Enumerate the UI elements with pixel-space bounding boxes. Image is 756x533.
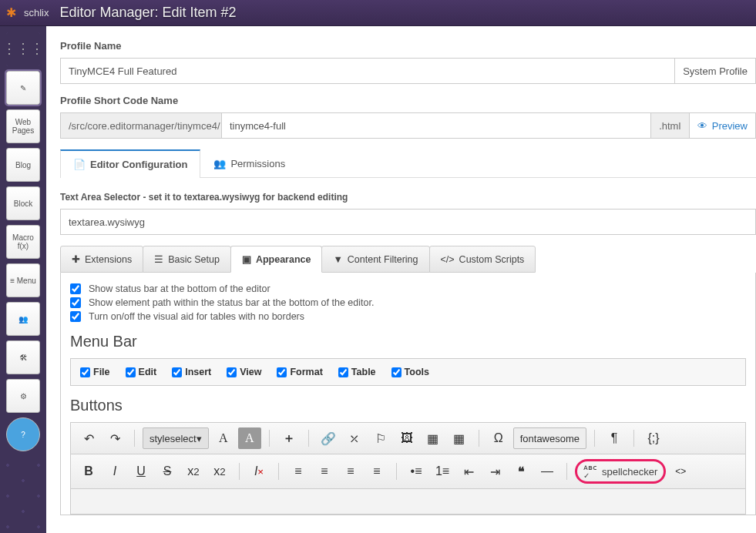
- align-center-icon[interactable]: ≡: [313, 461, 336, 482]
- separator: [269, 430, 270, 447]
- sidebar-item-block[interactable]: Block: [6, 186, 40, 220]
- spellchecker-button[interactable]: spellchecker: [602, 466, 657, 478]
- sidebar-item-macro[interactable]: Macro f(x): [6, 225, 40, 259]
- list-icon: ☰: [154, 253, 163, 265]
- backcolor-icon[interactable]: A: [238, 427, 261, 449]
- separator: [396, 463, 397, 480]
- itab-extensions[interactable]: ✚ Extensions: [60, 246, 143, 273]
- superscript-icon[interactable]: x2: [208, 461, 231, 482]
- hr-icon[interactable]: —: [536, 461, 559, 482]
- puzzle-icon: ✚: [72, 253, 80, 265]
- sidebar-item-help[interactable]: ?: [6, 417, 40, 451]
- itab-basic-setup[interactable]: ☰ Basic Setup: [143, 246, 231, 273]
- inner-tabs: ✚ Extensions ☰ Basic Setup ▣ Appearance …: [60, 246, 756, 273]
- braces-icon[interactable]: {;}: [642, 427, 665, 449]
- check-element-path[interactable]: Show element path within the status bar …: [70, 297, 746, 308]
- menu-bar-box: File Edit Insert View Format Table Tools: [70, 358, 746, 386]
- checkbox-status-bar[interactable]: [70, 283, 81, 294]
- toolbar-row-2: B I U S x2 x2 I× ≡ ≡ ≡ ≡ •≡: [70, 454, 746, 489]
- fontawesome-button[interactable]: fontawesome: [513, 427, 586, 449]
- separator: [479, 430, 479, 447]
- textarea-selector-input[interactable]: [60, 209, 756, 235]
- align-left-icon[interactable]: ≡: [287, 461, 310, 482]
- check-status-bar[interactable]: Show status bar at the bottom of the edi…: [70, 283, 746, 294]
- charmap-icon[interactable]: Ω: [487, 427, 510, 449]
- profile-name-label: Profile Name: [60, 40, 756, 52]
- spellcheck-icon: ᴀʙᴄ✓: [583, 463, 597, 480]
- toolbar-row-3-empty[interactable]: [70, 488, 746, 515]
- mb-format[interactable]: Format: [277, 367, 322, 377]
- tab-editor-configuration[interactable]: 📄 Editor Configuration: [60, 149, 200, 178]
- users-icon: 👥: [213, 158, 226, 169]
- separator: [239, 463, 240, 480]
- outdent-icon[interactable]: ⇤: [457, 461, 480, 482]
- align-justify-icon[interactable]: ≡: [365, 461, 388, 482]
- blockquote-icon[interactable]: ❝: [509, 461, 533, 482]
- bookmark-icon[interactable]: ⚐: [369, 427, 392, 449]
- sidebar-item-tools[interactable]: 🛠: [6, 340, 40, 374]
- italic-icon[interactable]: I: [103, 461, 126, 482]
- separator: [633, 430, 634, 447]
- preview-button[interactable]: 👁 Preview: [690, 112, 756, 139]
- mb-view[interactable]: View: [227, 367, 261, 377]
- itab-appearance[interactable]: ▣ Appearance: [230, 246, 323, 273]
- mb-table[interactable]: Table: [338, 367, 376, 377]
- strikethrough-icon[interactable]: S: [156, 461, 179, 482]
- sidebar-item-editor[interactable]: ✎: [6, 71, 40, 105]
- media-icon[interactable]: ▦: [422, 427, 445, 449]
- pilcrow-icon[interactable]: ¶: [603, 427, 626, 449]
- forecolor-icon[interactable]: A: [212, 427, 235, 449]
- buttons-heading: Buttons: [70, 397, 746, 414]
- mb-file[interactable]: File: [80, 367, 110, 377]
- sidebar-item-web-pages[interactable]: Web Pages: [6, 109, 40, 143]
- table-icon[interactable]: ▦: [448, 427, 471, 449]
- code-icon[interactable]: <>: [669, 461, 692, 482]
- itab-custom-scripts[interactable]: </> Custom Scripts: [429, 246, 536, 273]
- content-area: Profile Name System Profile Profile Shor…: [46, 26, 756, 533]
- eye-icon: 👁: [697, 120, 707, 132]
- bold-icon[interactable]: B: [77, 461, 100, 482]
- profile-name-input[interactable]: [60, 58, 675, 84]
- top-bar: ✱ schlix Editor Manager: Edit Item #2: [0, 0, 756, 26]
- redo-icon[interactable]: ↷: [103, 427, 126, 449]
- document-icon: 📄: [73, 159, 86, 170]
- indent-icon[interactable]: ⇥: [483, 461, 506, 482]
- short-code-ext: .html: [651, 112, 690, 139]
- sidebar-item-settings[interactable]: ⚙: [6, 379, 40, 413]
- spellchecker-highlight: ᴀʙᴄ✓ spellchecker: [575, 459, 666, 484]
- tab-permissions[interactable]: 👥 Permissions: [200, 149, 298, 177]
- short-code-label: Profile Short Code Name: [60, 95, 756, 106]
- undo-icon[interactable]: ↶: [77, 427, 100, 449]
- numlist-icon[interactable]: 1≡: [431, 461, 454, 482]
- link-icon[interactable]: 🔗: [317, 427, 340, 449]
- unlink-icon[interactable]: ⤫: [343, 427, 366, 449]
- sidebar-item-menu[interactable]: ≡ Menu: [6, 263, 40, 297]
- short-code-input[interactable]: [222, 112, 651, 139]
- separator: [594, 430, 595, 447]
- sidebar-item-apps-grid[interactable]: ⋮⋮⋮: [6, 32, 40, 66]
- sidebar-item-blog[interactable]: Blog: [6, 148, 40, 182]
- image-icon[interactable]: 🖼: [395, 427, 418, 449]
- underline-icon[interactable]: U: [129, 461, 153, 482]
- removeformat-icon[interactable]: I×: [247, 461, 270, 482]
- code-icon: </>: [441, 254, 455, 265]
- subscript-icon[interactable]: x2: [182, 461, 205, 482]
- checkbox-visual-aid[interactable]: [70, 311, 81, 322]
- funnel-icon: ▼: [333, 254, 342, 265]
- itab-content-filtering[interactable]: ▼ Content Filtering: [321, 246, 429, 273]
- textarea-selector-label: Text Area Selector - set it to textarea.…: [60, 192, 756, 203]
- align-right-icon[interactable]: ≡: [339, 461, 362, 482]
- checkbox-element-path[interactable]: [70, 297, 81, 308]
- bullist-icon[interactable]: •≡: [405, 461, 428, 482]
- separator: [566, 463, 567, 480]
- menu-bar-heading: Menu Bar: [70, 333, 746, 350]
- brand-text: schlix: [24, 7, 49, 18]
- plus-icon[interactable]: ＋: [277, 427, 301, 449]
- mb-insert[interactable]: Insert: [172, 367, 211, 377]
- mb-tools[interactable]: Tools: [391, 367, 429, 377]
- page-title: Editor Manager: Edit Item #2: [60, 5, 237, 21]
- sidebar-item-users[interactable]: 👥: [6, 302, 40, 336]
- styleselect-dropdown[interactable]: styleselect ▾: [143, 427, 209, 449]
- check-visual-aid[interactable]: Turn on/off the visual aid for tables wi…: [70, 311, 746, 322]
- mb-edit[interactable]: Edit: [126, 367, 157, 377]
